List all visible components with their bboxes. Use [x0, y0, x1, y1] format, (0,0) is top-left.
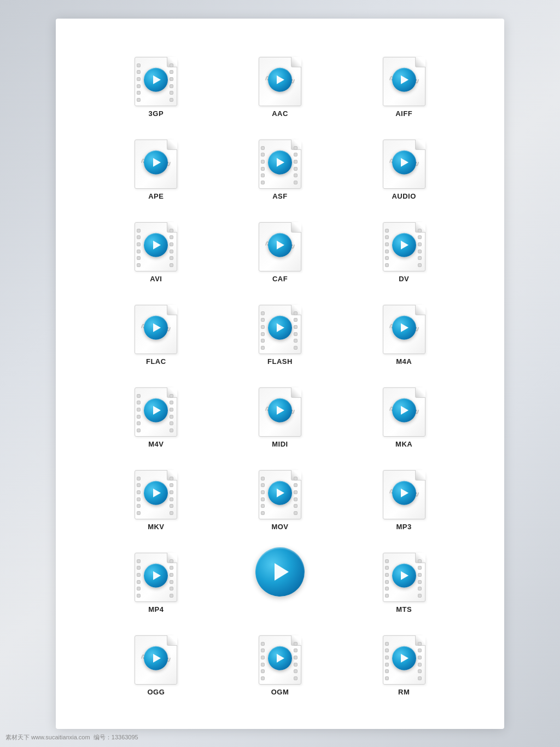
icon-graphic-mov — [255, 465, 305, 519]
icon-label-ogm: OGM — [271, 688, 289, 696]
icon-label-avi: AVI — [150, 275, 162, 283]
icon-label-asf: ASF — [272, 192, 288, 200]
icon-label-rm: RM — [398, 688, 410, 696]
icon-label-mkv: MKV — [148, 523, 164, 531]
icon-graphic-ogm — [255, 630, 305, 685]
icon-aac[interactable]: AAC — [255, 51, 305, 118]
icon-label-aiff: AIFF — [395, 109, 412, 118]
icon-caf[interactable]: CAF — [255, 217, 305, 283]
icon-ogg[interactable]: OGG — [131, 630, 180, 696]
icon-audio[interactable]: AUDIO — [380, 134, 429, 200]
play-btn-mka — [392, 398, 416, 422]
icon-flac[interactable]: FLAC — [131, 299, 180, 366]
icon-graphic-mp3 — [380, 465, 429, 519]
play-btn-ogm — [268, 646, 292, 670]
play-btn-m4a — [392, 315, 416, 339]
play-btn-m4v — [144, 398, 168, 422]
icon-label-mts: MTS — [396, 605, 412, 613]
icon-mts[interactable]: MTS — [380, 547, 429, 613]
icon-mkv[interactable]: MKV — [131, 465, 180, 531]
play-btn-avi — [144, 233, 168, 257]
play-btn-mts — [392, 563, 416, 587]
icon-3gp[interactable]: 3GP — [131, 51, 180, 118]
play-btn-caf — [268, 233, 292, 257]
play-btn-ape — [144, 150, 168, 174]
icon-aiff[interactable]: AIFF — [380, 51, 429, 118]
play-btn-aiff — [392, 67, 416, 91]
icon-graphic-mts — [380, 547, 429, 602]
icon-label-m4a: M4A — [396, 357, 412, 366]
watermark: 素材天下 www.sucaitianxia.com 编号：13363095 — [5, 733, 138, 742]
icon-mov[interactable]: MOV — [255, 465, 305, 531]
icon-label-mp4: MP4 — [148, 605, 164, 613]
icon-graphic-rm — [380, 630, 429, 685]
icon-graphic-aiff — [380, 51, 429, 106]
main-page: 3GP AAC AIFF APEASF — [56, 19, 504, 729]
icon-midi[interactable]: MIDI — [255, 382, 305, 448]
play-btn-audio — [392, 150, 416, 174]
icon-label-3gp: 3GP — [149, 109, 164, 118]
icon-rm[interactable]: RM — [380, 630, 429, 696]
play-btn-aac — [268, 67, 292, 91]
icon-graphic-3gp — [131, 51, 180, 106]
icon-mp4[interactable]: MP4 — [131, 547, 180, 613]
icon-mka[interactable]: MKA — [380, 382, 429, 448]
icon-label-audio: AUDIO — [392, 192, 416, 200]
play-btn-3gp — [144, 67, 168, 91]
icon-label-aac: AAC — [272, 109, 288, 118]
icon-graphic-aac — [255, 51, 305, 106]
play-btn-dv — [392, 233, 416, 257]
icon-label-caf: CAF — [272, 275, 288, 283]
play-standalone[interactable] — [255, 547, 305, 597]
play-btn-mp4 — [144, 563, 168, 587]
icon-graphic-midi — [255, 382, 305, 437]
icon-label-m4v: M4V — [148, 440, 164, 448]
icon-graphic-mp4 — [131, 547, 180, 602]
play-btn-mkv — [144, 480, 168, 505]
icon-graphic-m4v — [131, 382, 180, 437]
icon-label-ogg: OGG — [147, 688, 165, 696]
play-btn-rm — [392, 646, 416, 670]
icon-label-flac: FLAC — [146, 357, 166, 366]
play-btn-midi — [268, 398, 292, 422]
icon-label-mov: MOV — [271, 523, 288, 531]
icon-ape[interactable]: APE — [131, 134, 180, 200]
icon-graphic-mka — [380, 382, 429, 437]
icon-graphic-flash — [255, 299, 305, 354]
play-btn-flash — [268, 315, 292, 339]
icon-graphic-m4a — [380, 299, 429, 354]
play-btn-asf — [268, 150, 292, 174]
icon-mp3[interactable]: MP3 — [380, 465, 429, 531]
icons-grid: 3GP AAC AIFF APEASF — [100, 51, 460, 696]
icon-label-flash: FLASH — [267, 357, 293, 366]
icon-m4v[interactable]: M4V — [131, 382, 180, 448]
icon-graphic-mkv — [131, 465, 180, 519]
icon-graphic-ape — [131, 134, 180, 189]
icon-label-mka: MKA — [395, 440, 412, 448]
icon-graphic-avi — [131, 217, 180, 271]
icon-graphic-dv — [380, 217, 429, 271]
icon-graphic-audio — [380, 134, 429, 189]
icon-label-midi: MIDI — [272, 440, 288, 448]
icon-label-ape: APE — [148, 192, 164, 200]
icon-flash[interactable]: FLASH — [255, 299, 305, 366]
icon-label-mp3: MP3 — [396, 523, 412, 531]
icon-standalone[interactable] — [255, 547, 305, 613]
icon-dv[interactable]: DV — [380, 217, 429, 283]
icon-m4a[interactable]: M4A — [380, 299, 429, 366]
icon-avi[interactable]: AVI — [131, 217, 180, 283]
icon-graphic-ogg — [131, 630, 180, 685]
play-btn-flac — [144, 315, 168, 339]
icon-graphic-caf — [255, 217, 305, 271]
icon-ogm[interactable]: OGM — [255, 630, 305, 696]
icon-graphic-flac — [131, 299, 180, 354]
icon-graphic-asf — [255, 134, 305, 189]
icon-asf[interactable]: ASF — [255, 134, 305, 200]
play-btn-ogg — [144, 646, 168, 670]
play-btn-mp3 — [392, 480, 416, 505]
icon-label-dv: DV — [399, 275, 409, 283]
play-btn-mov — [268, 480, 292, 505]
